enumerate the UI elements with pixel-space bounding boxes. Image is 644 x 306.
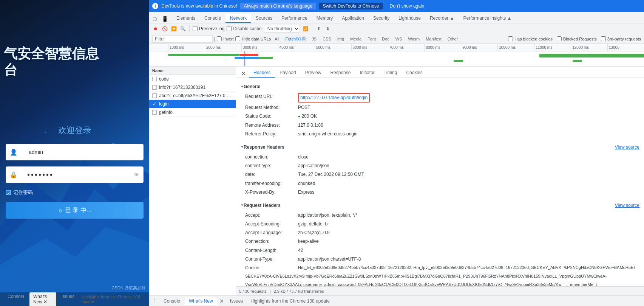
filter-img[interactable]: Img (335, 36, 346, 42)
hide-data-urls-checkbox[interactable] (235, 36, 240, 41)
console-bottom-tab[interactable]: Console (160, 297, 184, 305)
detail-tab-timing[interactable]: Timing (379, 68, 402, 78)
request-url-row: Request URL: http://127.0.0.1/dev-api/au… (241, 92, 639, 103)
filter-ws[interactable]: WS (393, 36, 405, 42)
detail-tab-cookies[interactable]: Cookies (402, 68, 427, 78)
request-item-abdr[interactable]: abdr?_o=http%3A%2F%2F127.0.0.1 (149, 92, 236, 100)
resp-content-type-key: content-type: (245, 162, 298, 169)
disable-cache-label[interactable]: Disable cache (227, 26, 261, 31)
tab-performance[interactable]: Performance (277, 14, 312, 23)
tab-elements[interactable]: Elements (172, 14, 200, 23)
whats-new-tab[interactable]: What's New ✕ (29, 292, 56, 306)
filter-input[interactable] (152, 35, 213, 43)
invert-label[interactable]: Invert (217, 36, 234, 41)
hide-data-urls-label[interactable]: Hide data URLs (235, 36, 271, 41)
filter-media[interactable]: Media (348, 36, 364, 42)
watermark: CSDN @流离岁月 (112, 285, 145, 291)
eye-icon[interactable]: 👁 (134, 172, 139, 178)
preserve-log-checkbox[interactable] (193, 26, 198, 31)
record-button[interactable]: ⏺ (152, 25, 159, 32)
invert-checkbox[interactable] (217, 36, 222, 41)
request-list-header: Name (149, 67, 236, 75)
download-icon[interactable]: ⬇ (324, 25, 331, 32)
has-blocked-cookies-label[interactable]: Has blocked cookies (508, 36, 553, 41)
general-title: General (244, 82, 261, 91)
filter-css[interactable]: CSS (320, 36, 334, 42)
console-tab[interactable]: Console (4, 292, 28, 306)
detail-tab-initiator[interactable]: Initiator (355, 68, 379, 78)
blocked-requests-checkbox[interactable] (557, 36, 562, 41)
detail-tab-preview[interactable]: Preview (301, 68, 326, 78)
req-checkbox-login[interactable]: ✓ (152, 102, 157, 106)
upload-icon[interactable]: ⬆ (315, 25, 322, 32)
tab-memory[interactable]: Memory (312, 14, 337, 23)
issues-bottom-tab[interactable]: Issues (226, 297, 247, 305)
close-detail-button[interactable]: ✕ (239, 69, 247, 78)
detail-tab-headers[interactable]: Headers (249, 68, 275, 78)
request-headers-view-source[interactable]: View source (615, 203, 639, 208)
cursor-icon[interactable]: ⬡ (151, 15, 159, 23)
throttling-select[interactable]: No throttling (264, 25, 300, 33)
filter-font[interactable]: Font (365, 36, 378, 42)
clear-button[interactable]: 🚫 (161, 25, 168, 32)
req-checkbox-getinfo[interactable] (152, 110, 157, 115)
third-party-checkbox[interactable] (601, 36, 606, 41)
username-field[interactable]: 👤 admin (6, 144, 144, 160)
timeline-bars (168, 51, 644, 67)
request-item-getinfo[interactable]: getinfo (149, 108, 236, 116)
preserve-log-label[interactable]: Preserve log (193, 26, 224, 31)
separator-2 (312, 26, 312, 32)
device-icon[interactable]: 📱 (161, 15, 169, 23)
mark-9000: 9000 ms (461, 44, 497, 51)
tab-perf-insights[interactable]: Performance insights ▲ (459, 14, 516, 23)
login-button[interactable]: ☼ 登 录 中... (6, 202, 144, 219)
response-headers-view-source[interactable]: View source (615, 144, 639, 150)
tab-security[interactable]: Security (369, 14, 394, 23)
req-name-getinfo: getinfo (159, 110, 233, 115)
match-language-button[interactable]: Always match Chrome's language (240, 3, 316, 9)
timeline-marks: 1000 ms 2000 ms 3000 ms 4000 ms 5000 ms … (168, 44, 644, 51)
whats-new-close[interactable]: ✕ (218, 298, 225, 304)
tab-recorder[interactable]: Recorder ▲ (425, 14, 459, 23)
wifi-icon[interactable]: 📶 (302, 25, 309, 32)
filter-js[interactable]: JS (309, 36, 319, 42)
filter-other[interactable]: Other (445, 36, 460, 42)
search-icon[interactable]: 🔍 (179, 25, 186, 32)
blocked-requests-label[interactable]: Blocked Requests (557, 36, 597, 41)
disable-cache-checkbox[interactable] (227, 26, 232, 31)
tab-application[interactable]: Application (337, 14, 369, 23)
switch-chinese-button[interactable]: Switch DevTools to Chinese (319, 3, 383, 9)
filter-icon[interactable]: 🔽 (170, 25, 177, 32)
filter-manifest[interactable]: Manifest (423, 36, 444, 42)
issues-tab[interactable]: Issues (58, 292, 79, 306)
tab-network[interactable]: Network (225, 14, 251, 23)
devtools-panel: i DevTools is now available in Chinese! … (149, 0, 644, 306)
resp-powered-value: Express (298, 189, 314, 196)
console-menu-icon[interactable]: ⋮ (152, 298, 158, 304)
detail-tab-response[interactable]: Response (326, 68, 355, 78)
has-blocked-cookies-checkbox[interactable] (508, 36, 513, 41)
request-item-login[interactable]: ✓ login (149, 100, 236, 108)
req-checkbox-abdr[interactable] (152, 93, 157, 98)
remember-checkbox[interactable]: ✓ (6, 190, 11, 195)
req-accept-lang-value: zh-CN,zh;q=0.9 (298, 229, 330, 236)
request-item-code[interactable]: code (149, 75, 236, 83)
filter-wasm[interactable]: Wasm (406, 36, 422, 42)
filter-doc[interactable]: Doc (380, 36, 392, 42)
whats-new-bottom-tab[interactable]: What's New (185, 297, 217, 305)
tab-lighthouse[interactable]: Lighthouse (394, 14, 425, 23)
referrer-policy-key: Referrer Policy: (245, 130, 298, 138)
mark-2000: 2000 ms (205, 44, 241, 51)
tab-console[interactable]: Console (200, 14, 225, 23)
password-field[interactable]: 🔒 ••••••• 👁 (6, 166, 144, 183)
dont-show-button[interactable]: Don't show again (386, 3, 428, 9)
req-checkbox-info[interactable] (152, 85, 157, 90)
status-code-row: Status Code: ● 200 OK (241, 112, 639, 121)
third-party-label[interactable]: 3rd-party requests (601, 36, 641, 41)
detail-tab-payload[interactable]: Payload (275, 68, 300, 78)
filter-all[interactable]: All (272, 36, 281, 42)
filter-fetch-xhr[interactable]: Fetch/XHR (283, 36, 308, 42)
request-item-info[interactable]: info?t=1672132360191 (149, 83, 236, 92)
tab-sources[interactable]: Sources (251, 14, 277, 23)
req-checkbox-code[interactable] (152, 77, 157, 81)
